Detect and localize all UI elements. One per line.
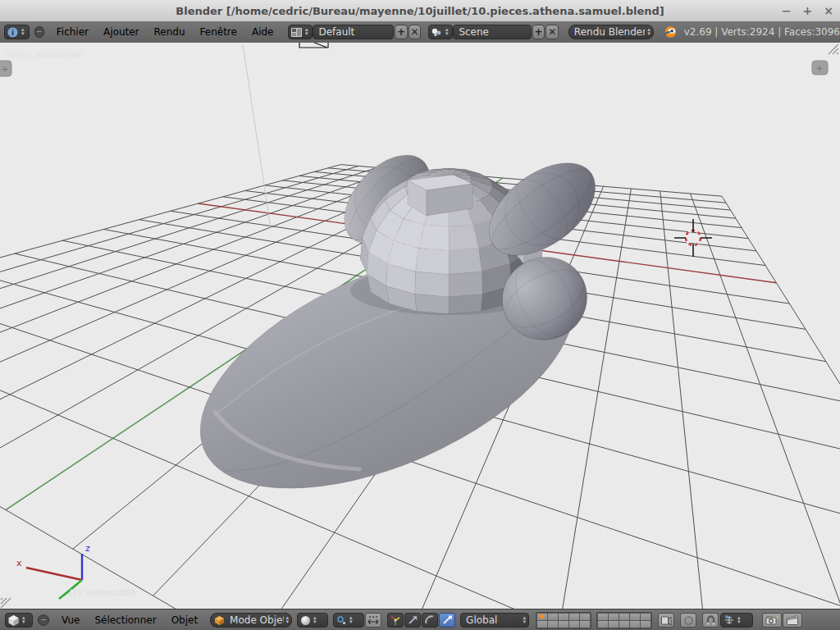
delete-scene-button[interactable]: ✕ xyxy=(546,25,559,39)
scene-name-field[interactable]: Scene xyxy=(453,25,531,39)
chevron-updown-icon: ▴▾ xyxy=(347,616,355,624)
active-layer-dot xyxy=(540,614,544,619)
toolshelf-tab[interactable]: + xyxy=(0,61,11,76)
snap-increment-icon xyxy=(724,614,735,626)
properties-tab[interactable]: + xyxy=(812,61,828,75)
menu-ajouter[interactable]: Ajouter xyxy=(96,26,147,38)
maximize-button[interactable]: + xyxy=(803,4,813,17)
rotate-icon xyxy=(424,614,436,626)
layer-toggle[interactable] xyxy=(569,614,579,620)
menu-fenetre[interactable]: Fenêtre xyxy=(193,26,244,38)
layers-widget xyxy=(536,612,652,629)
translate-manipulator-button[interactable] xyxy=(404,613,421,628)
layer-toggle[interactable] xyxy=(580,621,590,628)
editor-type-selector-3dview[interactable]: ▴▾ xyxy=(5,613,33,628)
layer-toggle[interactable] xyxy=(619,614,629,620)
scale-icon xyxy=(441,614,453,626)
layer-toggle[interactable] xyxy=(580,614,590,620)
area-resize-grip[interactable] xyxy=(829,44,838,54)
info-header: i ▴▾ − Fichier Ajouter Rendu Fenêtre Aid… xyxy=(0,21,840,43)
proportional-edit-toggle[interactable] xyxy=(680,613,696,628)
menu-rendu[interactable]: Rendu xyxy=(147,26,193,38)
proportional-edit-icon xyxy=(683,615,694,626)
manipulate-center-points-toggle[interactable] xyxy=(365,613,381,628)
layer-toggle[interactable] xyxy=(598,621,608,628)
collapse-menus-button[interactable]: − xyxy=(38,614,49,626)
scene-browser[interactable]: ▴▾ xyxy=(428,25,454,39)
delete-layout-button[interactable]: ✕ xyxy=(409,25,422,39)
layer-toggle[interactable] xyxy=(548,621,558,628)
layer-toggle[interactable] xyxy=(609,614,619,620)
camera-icon xyxy=(765,614,779,626)
area-resize-grip[interactable] xyxy=(1,598,11,608)
screen-layout-name-field[interactable]: Default xyxy=(313,25,394,39)
viewport-shading-dropdown[interactable]: ▴▾ xyxy=(297,613,328,628)
manipulator-axes-icon xyxy=(390,614,401,626)
menu-fichier[interactable]: Fichier xyxy=(49,26,96,38)
layer-toggle[interactable] xyxy=(537,621,547,628)
window-title: Blender [/home/cedric/Bureau/mayenne/10j… xyxy=(176,5,664,17)
chevron-updown-icon: ▴▾ xyxy=(19,28,27,36)
chevron-updown-icon: ▴▾ xyxy=(735,616,743,624)
active-object-label: (1) Sphere.001 xyxy=(69,587,136,598)
screen-layout-browser[interactable]: ▴▾ xyxy=(288,25,313,39)
menu-aide[interactable]: Aide xyxy=(244,26,281,38)
layer-toggle[interactable] xyxy=(630,621,640,628)
center-points-icon xyxy=(368,615,379,625)
chevron-updown-icon: ▴▾ xyxy=(521,616,529,624)
layer-toggle[interactable] xyxy=(598,614,608,620)
axis-x-label: x xyxy=(16,558,22,568)
editor-type-selector-info[interactable]: i ▴▾ xyxy=(4,25,30,39)
camera-object-wireframe[interactable] xyxy=(299,43,328,48)
mode-dropdown[interactable]: Mode Objet ▴▾ xyxy=(210,613,292,628)
add-layout-button[interactable]: + xyxy=(395,25,408,39)
render-opengl-still-button[interactable] xyxy=(762,613,782,628)
layer-toggle[interactable] xyxy=(559,614,568,620)
svg-text:i: i xyxy=(11,29,14,37)
layer-toggle[interactable] xyxy=(641,621,651,628)
axis-z-label: z xyxy=(85,543,90,554)
layer-toggle[interactable] xyxy=(619,621,629,628)
solid-shading-icon xyxy=(300,615,311,626)
add-scene-button[interactable]: + xyxy=(532,25,546,39)
menu-vue[interactable]: Vue xyxy=(54,614,87,626)
chevron-updown-icon: ▴▾ xyxy=(20,616,28,624)
view-name-label: Persp. utilisateur xyxy=(7,49,83,60)
cursor-3d[interactable] xyxy=(674,219,712,257)
render-opengl-anim-button[interactable] xyxy=(783,613,802,628)
svg-text:+: + xyxy=(1,64,8,75)
scale-manipulator-button[interactable] xyxy=(439,613,455,628)
menu-objet[interactable]: Objet xyxy=(164,614,205,626)
blender-logo xyxy=(664,24,678,40)
layer-toggle[interactable] xyxy=(537,614,547,620)
minimize-button[interactable]: − xyxy=(782,4,792,17)
svg-text:+: + xyxy=(815,63,823,74)
pivot-point-dropdown[interactable]: ▴▾ xyxy=(333,613,364,628)
menu-selectionner[interactable]: Sélectionner xyxy=(87,614,163,626)
rotate-manipulator-button[interactable] xyxy=(422,613,438,628)
snap-element-dropdown[interactable]: ▴▾ xyxy=(720,613,753,628)
viewport-3d[interactable]: z x + + Persp. utilisateur (1) Sphere.00… xyxy=(0,43,840,609)
layer-toggle[interactable] xyxy=(630,614,640,620)
chevron-updown-icon: ▴▾ xyxy=(645,28,653,36)
chevron-updown-icon: ▴▾ xyxy=(443,28,451,36)
manipulator-toggle-button[interactable] xyxy=(387,613,404,628)
lock-to-scene-toggle[interactable] xyxy=(658,613,674,628)
layer-toggle[interactable] xyxy=(609,621,619,628)
chevron-updown-icon: ▴▾ xyxy=(311,616,319,624)
layer-toggle[interactable] xyxy=(641,614,651,620)
snap-toggle[interactable] xyxy=(702,613,719,628)
layer-toggle[interactable] xyxy=(559,621,568,628)
model-spaceship[interactable] xyxy=(166,139,612,538)
layer-toggle[interactable] xyxy=(548,614,558,620)
layer-toggle[interactable] xyxy=(569,621,579,628)
object-mode-icon xyxy=(214,615,225,626)
collapse-menus-button[interactable]: − xyxy=(34,26,44,38)
view3d-header: ▴▾ − Vue Sélectionner Objet Mode Objet ▴… xyxy=(0,609,840,630)
view3d-editor-icon xyxy=(7,614,20,627)
transform-orientation-dropdown[interactable]: Global ▴▾ xyxy=(460,613,529,628)
pivot-icon xyxy=(336,615,347,626)
model-top-cube[interactable] xyxy=(408,175,472,216)
render-engine-dropdown[interactable]: Rendu Blender ▴▾ xyxy=(568,25,654,39)
close-button[interactable]: × xyxy=(824,4,833,17)
